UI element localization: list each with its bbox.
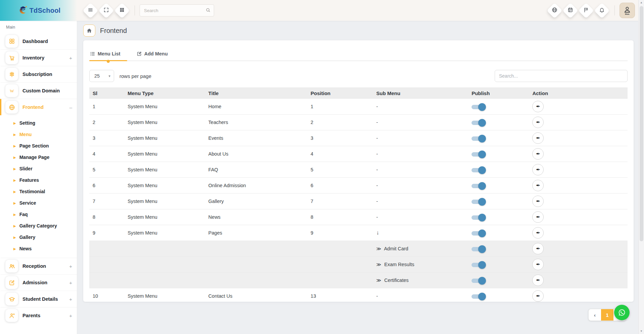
flag-button[interactable] — [578, 3, 594, 18]
collapse-minus-icon[interactable]: – — [69, 105, 72, 110]
publish-toggle[interactable] — [472, 121, 485, 125]
rows-per-page-select[interactable]: 25 ▾ — [89, 70, 114, 82]
sidebar-item-label: Inventory — [22, 55, 44, 60]
sidebar-subitem-testimonial[interactable]: ▶Testimonial — [0, 186, 77, 197]
scrollbar-thumb[interactable] — [640, 6, 643, 241]
brand-logo[interactable]: TdSchool — [0, 0, 77, 21]
page-scrollbar[interactable]: ▲ ▼ — [638, 0, 644, 334]
publish-toggle[interactable] — [472, 184, 485, 188]
edit-action-button[interactable]: ✒ — [532, 101, 544, 112]
sidebar-subitem-label: Features — [19, 177, 39, 183]
edit-action-button[interactable]: ✒ — [532, 148, 544, 160]
toggle-knob[interactable] — [478, 182, 486, 190]
sidebar-subitem-slider[interactable]: ▶Slider — [0, 163, 77, 174]
notifications-bell-icon — [599, 7, 605, 14]
sidebar-item-admission[interactable]: Admission+ — [0, 274, 77, 291]
toggle-knob[interactable] — [478, 119, 486, 127]
cell-title: Pages — [205, 225, 307, 241]
cart-icon — [5, 51, 18, 64]
arrow-down-icon[interactable]: ↓ — [376, 229, 379, 236]
sidebar-subitem-label: Manage Page — [19, 155, 49, 160]
edit-action-button[interactable]: ✒ — [532, 117, 544, 128]
user-avatar[interactable]: Male — [620, 3, 635, 18]
publish-toggle[interactable] — [472, 231, 485, 236]
sidebar-subitem-menu[interactable]: ▶Menu — [0, 129, 77, 140]
publish-toggle[interactable] — [472, 200, 485, 204]
scroll-up-icon[interactable]: ▲ — [640, 1, 643, 4]
pagination-current-page[interactable]: 1 — [601, 309, 613, 321]
edit-action-button[interactable]: ✒ — [532, 275, 544, 286]
sidebar-subitem-gallery-category[interactable]: ▶Gallery Category — [0, 220, 77, 232]
edit-action-button[interactable]: ✒ — [532, 227, 544, 239]
home-button[interactable] — [83, 25, 95, 37]
toggle-knob[interactable] — [478, 166, 486, 174]
sidebar-item-inventory[interactable]: Inventory+ — [0, 49, 77, 66]
toggle-knob[interactable] — [478, 103, 486, 111]
sidebar-item-parents[interactable]: Parents+ — [0, 307, 77, 324]
sidebar-subitem-label: Setting — [19, 120, 35, 126]
pagination-prev-button[interactable]: ‹ — [589, 309, 601, 321]
toggle-knob[interactable] — [478, 229, 486, 237]
edit-action-button[interactable]: ✒ — [532, 290, 544, 302]
sidebar-item-reception[interactable]: Reception+ — [0, 258, 77, 274]
tab-add-menu[interactable]: Add Menu — [136, 51, 175, 60]
toggle-knob[interactable] — [478, 261, 486, 269]
calendar-button[interactable] — [562, 3, 578, 18]
expand-plus-icon[interactable]: + — [69, 263, 72, 269]
tab-menu-list[interactable]: Menu List — [89, 51, 127, 60]
notifications-bell-button[interactable] — [594, 3, 610, 18]
sidebar-subitem-features[interactable]: ▶Features — [0, 174, 77, 186]
edit-action-button[interactable]: ✒ — [532, 132, 544, 144]
sidebar-subitem-label: Gallery Category — [19, 223, 57, 228]
edit-action-button[interactable]: ✒ — [532, 164, 544, 175]
language-globe-button[interactable] — [547, 3, 562, 18]
cell-action: ✒ — [529, 162, 628, 178]
sidebar-subitem-setting[interactable]: ▶Setting — [0, 117, 77, 129]
sidebar-item-dashboard[interactable]: Dashboard — [0, 33, 77, 49]
sidebar-item-custom-domain[interactable]: WCustom Domain — [0, 82, 77, 99]
sidebar-subitem-manage-page[interactable]: ▶Manage Page — [0, 152, 77, 163]
sidebar-item-subscription[interactable]: Subscription — [0, 66, 77, 82]
expand-plus-icon[interactable]: + — [69, 313, 72, 319]
toggle-knob[interactable] — [478, 214, 486, 221]
publish-toggle[interactable] — [472, 136, 485, 141]
expand-plus-icon[interactable]: + — [69, 280, 72, 286]
toggle-knob[interactable] — [478, 135, 486, 142]
publish-toggle[interactable] — [472, 294, 485, 299]
topbar-search-input[interactable] — [140, 4, 214, 16]
edit-action-button[interactable]: ✒ — [532, 259, 544, 270]
sidebar-subitem-gallery[interactable]: ▶Gallery — [0, 232, 77, 243]
publish-toggle[interactable] — [472, 105, 485, 109]
sidebar-subitem-service[interactable]: ▶Service — [0, 197, 77, 209]
sidebar-item-frontend[interactable]: Frontend– — [0, 99, 77, 115]
expand-plus-icon[interactable]: + — [69, 55, 72, 61]
sidebar-subitem-faq[interactable]: ▶Faq — [0, 209, 77, 220]
publish-toggle[interactable] — [472, 279, 485, 283]
expand-plus-icon[interactable]: + — [69, 296, 72, 302]
hamburger-menu-button[interactable] — [83, 3, 98, 18]
edit-action-button[interactable]: ✒ — [532, 196, 544, 207]
publish-toggle[interactable] — [472, 168, 485, 172]
edit-action-button[interactable]: ✒ — [532, 243, 544, 254]
toggle-knob[interactable] — [478, 245, 486, 253]
scroll-down-icon[interactable]: ▼ — [640, 330, 643, 333]
apps-grid-button[interactable] — [114, 3, 130, 18]
edit-action-button[interactable]: ✒ — [532, 211, 544, 223]
publish-toggle[interactable] — [472, 247, 485, 251]
fullscreen-button[interactable] — [98, 3, 114, 18]
publish-toggle[interactable] — [472, 263, 485, 267]
sidebar-item-student-details[interactable]: Student Details+ — [0, 291, 77, 307]
cell-action: ✒ — [529, 225, 628, 241]
toggle-knob[interactable] — [478, 198, 486, 206]
toggle-knob[interactable] — [478, 151, 486, 158]
toggle-knob[interactable] — [478, 293, 486, 300]
sidebar-item-label: Subscription — [22, 72, 52, 77]
sidebar-subitem-page-section[interactable]: ▶Page Section — [0, 140, 77, 152]
sidebar-subitem-news[interactable]: ▶News — [0, 243, 77, 254]
toggle-knob[interactable] — [478, 277, 486, 285]
table-search-input[interactable] — [495, 70, 628, 82]
publish-toggle[interactable] — [472, 152, 485, 157]
publish-toggle[interactable] — [472, 215, 485, 220]
whatsapp-button[interactable] — [614, 305, 630, 320]
edit-action-button[interactable]: ✒ — [532, 180, 544, 191]
